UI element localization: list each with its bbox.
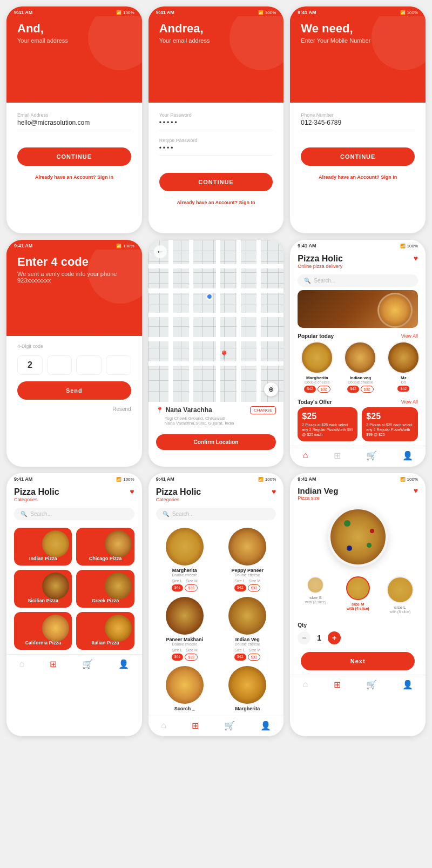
nav-grid-icon-cat[interactable]: ⊞ [50, 659, 57, 669]
menu-sub-1: Double cheese [156, 573, 213, 577]
size-s-badge-3[interactable]: $42 [397, 386, 409, 392]
status-icons-pizza: 📶 100% [400, 244, 418, 248]
menu-item-scorch[interactable]: Scorch _ [156, 666, 213, 711]
menu-price-l-2[interactable]: $42 [234, 584, 246, 591]
menu-price-m-1[interactable]: $32 [185, 584, 198, 591]
popular-scroll: Margherita Double cheese $42 $32 Indian … [290, 341, 426, 396]
confirm-location-button[interactable]: Confirm Location [156, 434, 276, 450]
status-time-otp: 9:41 AM [14, 243, 32, 248]
resend-text[interactable]: Resend [6, 404, 142, 414]
menu-price-l-3[interactable]: $42 [172, 654, 184, 661]
category-greek-pizza[interactable]: Greek Pizza [76, 570, 134, 608]
change-button[interactable]: CHANGE [250, 406, 276, 414]
continue-button-2[interactable]: CONTINUE [159, 173, 273, 191]
continue-button-3[interactable]: CONTINUE [301, 147, 415, 166]
menu-pizza-img-2 [228, 528, 266, 566]
map-back-button[interactable]: ← [154, 245, 167, 258]
category-italian-pizza[interactable]: Italian Pizza [76, 612, 134, 650]
category-chicago-pizza[interactable]: Chicago Pizza [76, 528, 134, 566]
popular-pizza-3[interactable]: Mz Do $42 [384, 341, 423, 393]
nav-home-icon-cat[interactable]: ⌂ [19, 659, 24, 669]
menu-price-m-3[interactable]: $32 [185, 654, 198, 661]
nav-user-icon-menu[interactable]: 👤 [260, 721, 271, 731]
otp-box-1[interactable]: 2 [17, 355, 43, 375]
qty-minus-button[interactable]: − [298, 631, 310, 644]
menu-price-m-2[interactable]: $32 [248, 584, 261, 591]
view-all-popular[interactable]: View All [401, 333, 418, 339]
category-pizza-img-5 [42, 615, 69, 642]
screen-subtitle-2: Your email address [159, 37, 273, 44]
nav-cart-icon[interactable]: 🛒 [366, 450, 377, 461]
category-indian-pizza[interactable]: Indian Pizza [14, 528, 72, 566]
menu-item-peppy[interactable]: Peppy Paneer Double cheese Size L Size M… [219, 528, 276, 591]
size-s-badge-2[interactable]: $42 [347, 386, 359, 393]
nav-grid-icon-menu[interactable]: ⊞ [192, 721, 199, 731]
continue-button[interactable]: CONTINUE [17, 147, 131, 166]
heart-icon-cat[interactable]: ♥ [130, 487, 134, 496]
status-bar-pizza: 9:41 AM 📶 100% [290, 240, 426, 250]
nav-cart-icon-menu[interactable]: 🛒 [224, 721, 235, 731]
category-grid: Indian Pizza Chicago Pizza Sicilian Pizz… [6, 523, 142, 654]
field-value-pw2[interactable]: •••• [159, 144, 273, 156]
view-all-offers[interactable]: View All [401, 399, 418, 405]
search-bar[interactable]: 🔍 Search... [298, 274, 418, 287]
heart-icon-menu[interactable]: ♥ [272, 487, 276, 496]
category-pizza-img-3 [42, 573, 69, 600]
nav-home-icon-detail[interactable]: ⌂ [303, 679, 308, 690]
send-button[interactable]: Send [17, 381, 131, 400]
otp-box-3[interactable] [76, 355, 102, 375]
size-option-s[interactable]: size S with (2 slice) [298, 576, 333, 614]
menu-price-l-4[interactable]: $42 [234, 654, 246, 661]
size-m-badge-2[interactable]: $32 [361, 386, 374, 393]
popular-pizza-2[interactable]: Indian veg Double cheese $42 $32 [341, 341, 380, 393]
otp-box-2[interactable] [47, 355, 72, 375]
nav-cart-icon-cat[interactable]: 🛒 [82, 659, 93, 669]
menu-item-margherita[interactable]: Margherita Double cheese Size L Size M $… [156, 528, 213, 591]
menu-pizza-img-4 [228, 597, 266, 635]
size-option-l[interactable]: size L with (8 slice) [382, 576, 418, 614]
bottom-nav: ⌂ ⊞ 🛒 👤 [290, 446, 426, 466]
search-bar-cat[interactable]: 🔍 Search... [14, 508, 134, 520]
search-bar-menu[interactable]: 🔍 Search... [156, 508, 276, 520]
nav-grid-icon-detail[interactable]: ⊞ [334, 679, 341, 690]
heart-icon-detail[interactable]: ♥ [414, 486, 418, 501]
size-img-l [387, 576, 414, 603]
field-value-phone[interactable]: 012-345-6789 [301, 119, 415, 130]
nav-cart-icon-detail[interactable]: 🛒 [366, 679, 377, 690]
pizza-img-3 [387, 341, 420, 374]
menu-price-l-1[interactable]: $42 [172, 584, 184, 591]
offer-card-2[interactable]: $25 2 Pizzas at $25 each select any 2 Re… [362, 407, 418, 441]
nav-user-icon[interactable]: 👤 [402, 450, 413, 461]
heart-icon[interactable]: ♥ [414, 254, 418, 263]
offer-card-1[interactable]: $25 2 Pizzas at $25 each select any 2 Re… [298, 407, 357, 441]
size-m-badge-1[interactable]: $32 [318, 386, 330, 393]
qty-plus-button[interactable]: + [328, 631, 341, 644]
field-label-phone: Phone Number [301, 112, 415, 118]
qty-section: Qty − 1 + [290, 619, 426, 648]
menu-price-m-4[interactable]: $32 [248, 654, 261, 661]
size-option-m[interactable]: size M with (4 slice) [340, 576, 376, 614]
nav-grid-icon[interactable]: ⊞ [334, 450, 341, 461]
app-title-menu: Pizza Holic [156, 487, 201, 497]
detail-sub: Pizza size [298, 495, 338, 501]
menu-item-indian-veg[interactable]: Indian Veg Double cheese Size L Size M $… [219, 597, 276, 661]
menu-item-paneer[interactable]: Paneer Makhani Double cheese Size L Size… [156, 597, 213, 661]
otp-box-4[interactable] [106, 355, 131, 375]
field-value[interactable]: hello@micrasolution.com [17, 119, 131, 130]
app-subtitle-cat: Categories [14, 497, 59, 502]
category-sicilian-pizza[interactable]: Sicilian Pizza [14, 570, 72, 608]
field-value-pw1[interactable]: ••••• [159, 119, 273, 130]
category-label-1: Indian Pizza [29, 556, 57, 561]
nav-user-icon-cat[interactable]: 👤 [118, 659, 129, 669]
app-title-group-menu: Pizza Holic Categories [156, 487, 201, 502]
category-california-pizza[interactable]: California Pizza [14, 612, 72, 650]
detail-title-group: Indian Veg Pizza size [298, 486, 338, 501]
size-s-badge-1[interactable]: $42 [304, 386, 316, 393]
popular-pizza-1[interactable]: Margherita Double cheese $42 $32 [298, 341, 336, 393]
nav-user-icon-detail[interactable]: 👤 [402, 679, 413, 690]
nav-home-icon-menu[interactable]: ⌂ [161, 721, 166, 731]
menu-sub-3: Double cheese [156, 642, 213, 646]
nav-home-icon[interactable]: ⌂ [303, 450, 308, 461]
next-button[interactable]: Next [301, 652, 415, 670]
menu-item-margherita2[interactable]: Margherita [219, 666, 276, 711]
